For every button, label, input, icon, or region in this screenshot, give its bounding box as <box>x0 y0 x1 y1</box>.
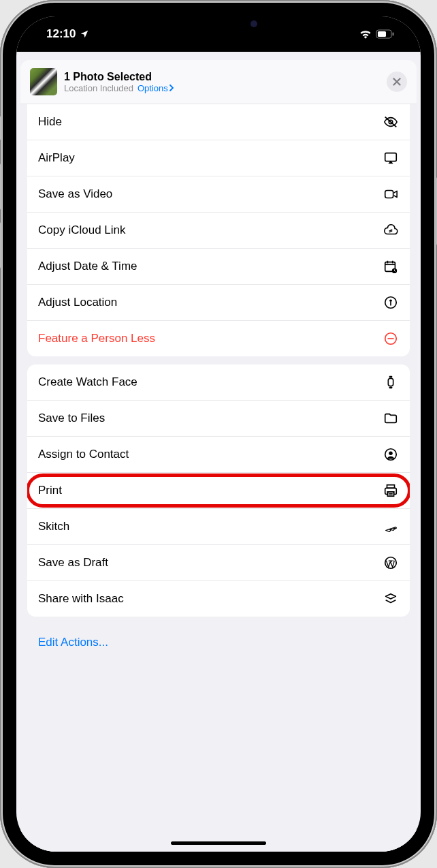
battery-icon <box>376 29 395 39</box>
action-row-label: AirPlay <box>38 151 383 165</box>
action-row-label: Hide <box>38 115 383 129</box>
wifi-icon <box>359 29 372 39</box>
action-row-save-as-draft[interactable]: Save as Draft <box>27 545 410 581</box>
action-row-adjust-date-time[interactable]: Adjust Date & Time <box>27 249 410 285</box>
action-row-copy-icloud-link[interactable]: Copy iCloud Link <box>27 213 410 249</box>
volume-up-button <box>0 164 1 210</box>
action-row-label: Save as Video <box>38 187 383 201</box>
close-button[interactable] <box>387 72 407 92</box>
notch <box>147 12 290 35</box>
pin-circle-icon <box>383 294 399 311</box>
action-row-label: Skitch <box>38 520 383 533</box>
action-row-label: Adjust Location <box>38 296 383 309</box>
action-row-label: Assign to Contact <box>38 448 383 461</box>
action-row-create-watch-face[interactable]: Create Watch Face <box>27 365 410 401</box>
calendar-clock-icon <box>383 258 399 275</box>
action-row-assign-to-contact[interactable]: Assign to Contact <box>27 437 410 473</box>
options-button[interactable]: Options <box>137 83 174 93</box>
action-row-save-as-video[interactable]: Save as Video <box>27 176 410 213</box>
close-icon <box>393 78 401 86</box>
action-row-label: Create Watch Face <box>38 375 383 389</box>
folder-icon <box>383 410 399 427</box>
watch-icon <box>383 374 399 390</box>
photo-thumbnail <box>30 68 57 95</box>
action-section: HideAirPlaySave as VideoCopy iCloud Link… <box>27 104 410 356</box>
video-icon <box>383 186 399 202</box>
action-section: Create Watch FaceSave to FilesAssign to … <box>27 365 410 617</box>
stack-icon <box>383 591 399 607</box>
iphone-frame: 12:10 1 Ph <box>0 0 437 868</box>
action-row-save-to-files[interactable]: Save to Files <box>27 401 410 437</box>
action-row-skitch[interactable]: Skitch <box>27 509 410 545</box>
mute-switch <box>0 116 1 140</box>
edit-actions-button[interactable]: Edit Actions... <box>27 625 410 666</box>
action-row-hide[interactable]: Hide <box>27 104 410 140</box>
chevron-right-icon <box>169 84 174 91</box>
action-row-label: Save as Draft <box>38 556 383 570</box>
action-row-label: Adjust Date & Time <box>38 260 383 273</box>
contact-circle-icon <box>383 446 399 463</box>
volume-down-button <box>0 222 1 268</box>
action-row-label: Print <box>38 484 383 497</box>
location-services-icon <box>80 29 89 39</box>
action-row-share-with-isaac[interactable]: Share with Isaac <box>27 581 410 617</box>
action-row-airplay[interactable]: AirPlay <box>27 140 410 176</box>
printer-icon <box>383 482 399 499</box>
action-row-feature-a-person-less[interactable]: Feature a Person Less <box>27 321 410 356</box>
action-row-print[interactable]: Print <box>27 473 410 509</box>
share-sheet: 1 Photo Selected Location Included Optio… <box>20 60 417 852</box>
share-sheet-header: 1 Photo Selected Location Included Optio… <box>20 60 417 104</box>
cloud-link-icon <box>383 222 399 238</box>
action-row-label: Save to Files <box>38 412 383 425</box>
minus-circle-icon <box>383 330 399 347</box>
action-row-label: Copy iCloud Link <box>38 223 383 237</box>
action-row-adjust-location[interactable]: Adjust Location <box>27 285 410 321</box>
status-time: 12:10 <box>46 27 76 41</box>
sheet-subtitle: Location Included <box>64 83 133 93</box>
svg-rect-1 <box>378 31 386 37</box>
home-indicator[interactable] <box>171 841 266 845</box>
action-row-label: Feature a Person Less <box>38 332 383 345</box>
feather-icon <box>383 518 399 535</box>
eye-slash-icon <box>383 114 399 130</box>
actions-scroll-area[interactable]: HideAirPlaySave as VideoCopy iCloud Link… <box>20 104 417 852</box>
airplay-icon <box>383 150 399 166</box>
sheet-title: 1 Photo Selected <box>64 71 380 83</box>
action-row-label: Share with Isaac <box>38 592 383 606</box>
svg-rect-2 <box>393 33 394 36</box>
wordpress-icon <box>383 555 399 571</box>
